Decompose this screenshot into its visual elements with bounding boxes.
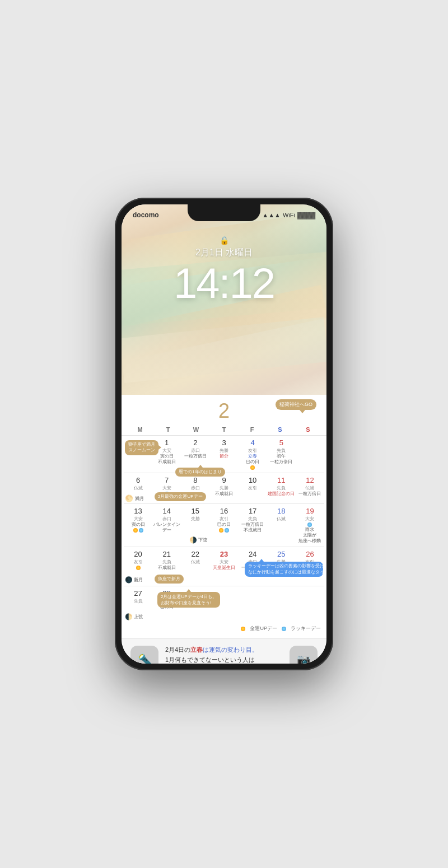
week3-sun: 19 大安 雨水 太陽が 魚座へ移動	[296, 506, 324, 545]
week1-sat: 5 先負 初午 一粒万倍日	[267, 437, 296, 471]
camera-icon[interactable]: 📷	[290, 646, 318, 664]
bubble-koyomi: 暦での1年のはじまり	[175, 468, 225, 477]
signal-icon: ▲▲▲	[262, 212, 281, 218]
header-thu: T	[210, 426, 238, 433]
kinun-icon-3	[219, 528, 223, 533]
lock-icon: 🔒	[122, 236, 326, 245]
notch	[188, 204, 260, 221]
getugen-bubble: 🌗 下弦	[189, 536, 207, 544]
calendar-section: 2 稲荷神社へGO M T W T F S S 獅子座で満月スノー	[122, 395, 326, 638]
week5-fri	[239, 588, 267, 621]
week2-sun: 12 仏滅 一粒万倍日	[296, 475, 324, 502]
week5-sun	[296, 588, 324, 621]
battery-icon: ▓▓▓▓	[297, 212, 315, 218]
kinun-legend-icon	[241, 627, 245, 631]
kinun-icon-4	[136, 566, 141, 570]
lucky-icon-4	[307, 522, 312, 527]
bubble-feb-kinun: 2月は金運UPデーが4日も。お財布や口座を見直そう!	[157, 592, 220, 608]
week3-wed: 15 先勝 🌗 下弦	[181, 506, 209, 545]
inari-tooltip: 稲荷神社へGO	[276, 399, 316, 410]
week3-sat: 18 仏滅	[267, 506, 296, 545]
week4-thu: 23 大安 天皇誕生日	[209, 549, 238, 584]
week1-thu: 3 先勝 節分	[209, 437, 238, 471]
lock-date: 2月1日 水曜日	[122, 247, 326, 259]
calendar-week-4: 20 友引 21 先負 不成就日 22 仏滅 23	[124, 547, 324, 586]
calendar-grid: 獅子座で満月スノームーン 1 大安 寅の日 不成就日 2 赤口 一粒万倍日	[122, 436, 326, 623]
lucky-legend-label: ラッキーデー	[291, 625, 321, 632]
carrier-label: docomo	[133, 211, 159, 219]
phone-frame: docomo ▲▲▲ WiFi ▓▓▓▓ 🔒 2月1日 水曜日 14:12 2 …	[115, 198, 333, 670]
week3-tue: 14 赤口 バレンタインデー	[152, 506, 181, 545]
week2-fri: 10 友引	[239, 475, 267, 502]
lockscreen-top: docomo ▲▲▲ WiFi ▓▓▓▓ 🔒 2月1日 水曜日 14:12	[122, 204, 326, 395]
info-section: 🔦 2月4日の立春は運気の変わり目。 1月何もできてなーいという人は ここから動…	[122, 638, 326, 664]
calendar-week-1: 獅子座で満月スノームーン 1 大安 寅の日 不成就日 2 赤口 一粒万倍日	[124, 436, 324, 473]
header-wed: W	[182, 426, 210, 433]
bubble-kinun-up: 2月最強の金運UPデー	[155, 492, 206, 501]
kinun-icon	[250, 465, 255, 470]
status-icons: ▲▲▲ WiFi ▓▓▓▓	[262, 212, 315, 218]
info-text: 2月4日の立春は運気の変わり目。 1月何もできてなーいという人は ここから動きだ…	[165, 645, 283, 664]
week1-fri: 4 友引 立春 巳の日	[239, 437, 267, 471]
week3-mon: 13 大安 寅の日	[124, 506, 152, 545]
bubble-sakana-shingetsu: 魚座で新月	[155, 575, 184, 584]
lucky-icon-3	[225, 528, 229, 533]
wifi-icon: WiFi	[283, 212, 295, 218]
lock-time: 14:12	[122, 262, 326, 305]
week5-sat	[267, 588, 296, 621]
week1-wed: 2 赤口 一粒万倍日 暦での1年のはじまり	[181, 437, 209, 471]
kinun-icon-2	[133, 528, 138, 533]
calendar-week-3: 13 大安 寅の日 14 赤口 バレンタインデー 15	[124, 504, 324, 547]
header-sun: S	[294, 426, 322, 433]
calendar-week-5: 27 先負 28 仏滅 巳の日 🌓 上弦	[124, 586, 324, 623]
phone-screen: docomo ▲▲▲ WiFi ▓▓▓▓ 🔒 2月1日 水曜日 14:12 2 …	[122, 204, 326, 664]
bubble-lucky-desc: ラッキーデーは凶の要素の影響を受けにくくなにか行動を起こすのには最適なタイミング	[245, 562, 323, 577]
header-sat: S	[266, 426, 294, 433]
kinun-legend-label: 金運UPデー	[250, 625, 277, 632]
week3-thu: 16 友引 巳の日	[209, 506, 238, 545]
calendar-legend: 金運UPデー ラッキーデー	[122, 623, 326, 632]
header-fri: F	[238, 426, 266, 433]
fullmoon-bubble: 🌕 満月	[125, 494, 144, 502]
lucky-legend-icon	[282, 627, 286, 631]
info-text1: 2月4日の立春は運気の変わり目。	[165, 646, 258, 653]
info-text2: 1月何もできてなーいという人は	[165, 656, 255, 663]
newmoon-bubble: 🌑 新月	[125, 576, 143, 584]
week4-wed: 22 仏滅	[181, 549, 209, 584]
calendar-week-2: 6 仏滅 7 大安 8 赤口 9 先勝 不成就日	[124, 473, 324, 504]
header-mon: M	[126, 426, 154, 433]
week2-thu: 9 先勝 不成就日	[209, 475, 238, 502]
bubble-fullmoon-lion: 獅子座で満月スノームーン	[125, 440, 158, 455]
torch-icon[interactable]: 🔦	[130, 646, 158, 664]
week2-sat: 11 先負 建国記念の日	[267, 475, 296, 502]
lucky-icon-2	[139, 528, 143, 533]
calendar-header: M T W T F S S	[122, 424, 326, 436]
header-tue: T	[154, 426, 182, 433]
jogen-bubble: 🌓 上弦	[125, 613, 143, 620]
week3-fri: 17 先負 一粒万倍日 不成就日	[239, 506, 267, 545]
